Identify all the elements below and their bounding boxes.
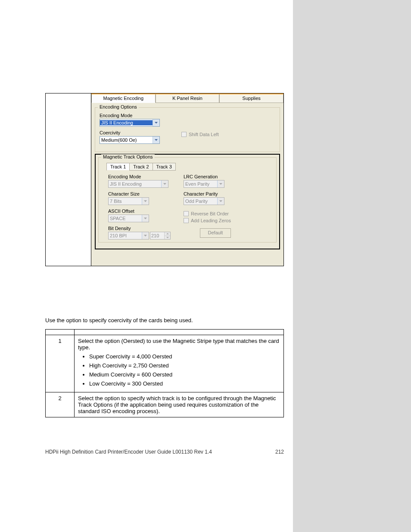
character-size-value: 7 Bits	[109, 199, 142, 204]
bit-density-value: 210 BPI	[109, 233, 142, 238]
coercivity-value: Medium(600 Oe)	[100, 137, 153, 143]
shift-data-left-label: Shift Data Left	[189, 132, 219, 137]
spinner-up-icon	[164, 232, 170, 236]
lrc-generation-label: LRC Generation	[184, 174, 231, 179]
chevron-down-icon	[217, 198, 224, 205]
magnetic-track-options-group: Magnetic Track Options Track 1 Track 2 T…	[98, 157, 277, 243]
checkbox-icon	[184, 218, 189, 223]
ascii-offset-value: SPACE	[109, 216, 142, 221]
step-procedure: Select the option (Oersted) to use the M…	[75, 335, 284, 392]
track-tabs: Track 1 Track 2 Track 3	[106, 163, 272, 171]
chevron-down-icon	[142, 215, 149, 222]
track-encoding-mode-value: JIS II Encoding	[109, 181, 161, 187]
coercivity-select[interactable]: Medium(600 Oe)	[100, 136, 160, 144]
intro-text-b: option to specify coercivity of the card…	[66, 317, 193, 324]
ascii-offset-select: SPACE	[108, 215, 149, 222]
shift-data-left-checkbox: Shift Data Left	[181, 132, 219, 137]
table-row: 2 Select the option to specify which tra…	[46, 392, 284, 417]
add-leading-zeros-checkbox: Add Leading Zeros	[184, 218, 231, 223]
tab-k-panel-resin[interactable]: K Panel Resin	[156, 94, 220, 103]
list-item: Low Coercivity = 300 Oersted	[89, 380, 280, 387]
tab-track-3[interactable]: Track 3	[153, 163, 176, 171]
encoding-mode-label: Encoding Mode	[100, 113, 160, 118]
ascii-offset-label: ASCII Offset	[108, 208, 171, 214]
page-content: Magnetic Encoding K Panel Resin Supplies…	[0, 0, 293, 532]
table-header-procedure	[75, 330, 284, 335]
magnetic-track-options-title: Magnetic Track Options	[101, 154, 155, 159]
intro-text-a: Use the	[45, 317, 66, 324]
steps-table: 1 Select the option (Oersted) to use the…	[45, 329, 284, 417]
track-encoding-mode-label: Encoding Mode	[108, 174, 171, 179]
table-header-step	[46, 330, 75, 335]
tab-track-2[interactable]: Track 2	[129, 163, 153, 171]
bit-density-label: Bit Density	[108, 226, 171, 231]
encoding-mode-value: JIS II Encoding	[100, 120, 153, 125]
footer-page-number: 212	[275, 449, 284, 455]
bit-density-select: 210 BPI	[108, 232, 149, 240]
list-item: Super Coercivity = 4,000 Oersted	[89, 353, 280, 360]
lrc-generation-select: Even Parity	[184, 180, 224, 188]
table-header-row	[46, 330, 284, 335]
tab-supplies[interactable]: Supplies	[219, 94, 283, 103]
intro-paragraph: Use the option to specify coercivity of …	[45, 317, 284, 324]
chevron-down-icon	[153, 137, 159, 143]
bit-density-spinner: 210	[150, 232, 171, 240]
reverse-bit-order-label: Reverse Bit Order	[191, 211, 229, 216]
row2-text-b: option to specify which track is to be c…	[78, 395, 276, 414]
character-size-select: 7 Bits	[108, 197, 149, 205]
spinner-down-icon	[164, 236, 170, 240]
character-parity-value: Odd Parity	[184, 199, 217, 204]
step-number: 2	[46, 392, 75, 417]
character-parity-select: Odd Parity	[184, 197, 224, 205]
default-button: Default	[200, 228, 231, 238]
encoding-options-group: Encoding Options Encoding Mode JIS II En…	[95, 107, 280, 152]
reverse-bit-order-checkbox: Reverse Bit Order	[184, 211, 231, 216]
coercivity-label: Coercivity	[100, 130, 160, 135]
encoding-options-title: Encoding Options	[98, 104, 139, 109]
footer-guide-title: HDPii High Definition Card Printer/Encod…	[45, 449, 212, 455]
step-procedure: Select the option to specify which track…	[75, 392, 284, 417]
character-parity-label: Character Parity	[184, 191, 231, 196]
printer-dialog: Magnetic Encoding K Panel Resin Supplies…	[91, 93, 283, 266]
tab-magnetic-encoding[interactable]: Magnetic Encoding	[91, 94, 156, 103]
lrc-generation-value: Even Parity	[184, 181, 217, 187]
screenshot-frame: Magnetic Encoding K Panel Resin Supplies…	[45, 93, 284, 266]
screenshot-step-cell	[46, 93, 91, 266]
tab-track-1[interactable]: Track 1	[106, 163, 130, 171]
magnetic-track-highlight: Magnetic Track Options Track 1 Track 2 T…	[95, 154, 280, 249]
character-size-label: Character Size	[108, 191, 171, 196]
page-footer: HDPii High Definition Card Printer/Encod…	[45, 449, 284, 455]
track-encoding-mode-select: JIS II Encoding	[108, 180, 168, 188]
add-leading-zeros-label: Add Leading Zeros	[191, 218, 231, 223]
right-gutter	[293, 0, 411, 532]
coercivity-list: Super Coercivity = 4,000 Oersted High Co…	[78, 353, 280, 387]
bit-density-spin-value: 210	[150, 232, 164, 239]
list-item: High Coercivity = 2,750 Oersted	[89, 362, 280, 369]
encoding-mode-select[interactable]: JIS II Encoding	[100, 119, 160, 127]
chevron-down-icon	[161, 180, 168, 187]
list-item: Medium Coercivity = 600 Oersted	[89, 371, 280, 378]
checkbox-icon	[184, 211, 189, 216]
table-row: 1 Select the option (Oersted) to use the…	[46, 335, 284, 392]
row2-text-a: Select the	[78, 395, 104, 401]
dialog-tabs: Magnetic Encoding K Panel Resin Supplies	[91, 93, 283, 103]
chevron-down-icon	[217, 180, 224, 187]
row1-text-a: Select the	[78, 338, 104, 344]
chevron-down-icon	[153, 119, 159, 126]
row1-text-b: option (Oersted) to use the Magnetic Str…	[78, 338, 279, 351]
screenshot-dialog-cell: Magnetic Encoding K Panel Resin Supplies…	[91, 93, 283, 266]
chevron-down-icon	[142, 198, 149, 205]
checkbox-icon	[181, 132, 187, 137]
chevron-down-icon	[142, 232, 149, 239]
step-number: 1	[46, 335, 75, 392]
